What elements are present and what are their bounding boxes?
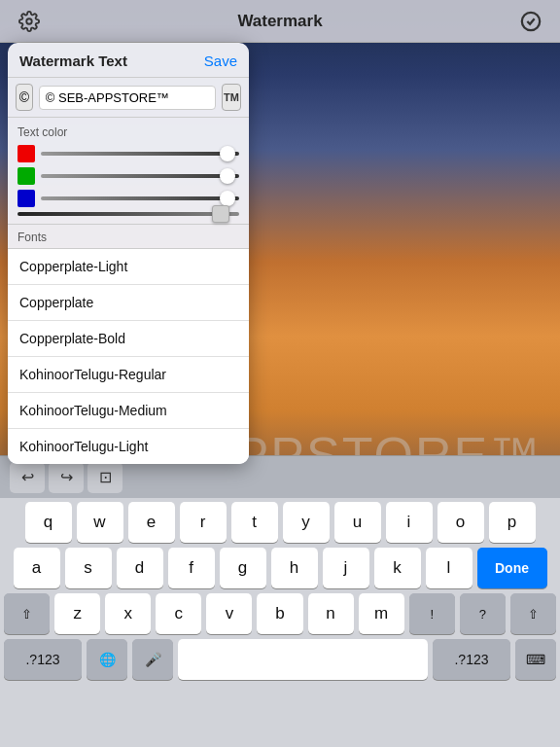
globe-key[interactable]: 🌐 <box>87 639 127 680</box>
red-slider[interactable] <box>41 152 239 156</box>
numbers-key-right[interactable]: .?123 <box>433 639 510 680</box>
key-y[interactable]: y <box>283 502 330 543</box>
font-list-item[interactable]: KohinoorTelugu-Medium <box>8 393 249 429</box>
keyboard-row-2: a s d f g h j k l Done <box>4 548 556 588</box>
shift-key[interactable]: ⇧ <box>4 593 50 634</box>
trademark-button[interactable]: TM <box>222 84 241 111</box>
numbers-key[interactable]: .?123 <box>4 639 82 680</box>
key-v[interactable]: v <box>206 593 252 634</box>
key-exclaim[interactable]: ! <box>409 593 455 634</box>
fonts-section: Fonts Copperplate-LightCopperplateCopper… <box>8 225 249 464</box>
font-list-item[interactable]: Copperplate-Light <box>8 249 249 285</box>
key-e[interactable]: e <box>128 502 175 543</box>
page-title: Watermark <box>237 12 322 31</box>
key-a[interactable]: a <box>14 548 60 588</box>
shift-key-right[interactable]: ⇧ <box>510 593 556 634</box>
key-t[interactable]: t <box>231 502 278 543</box>
key-l[interactable]: l <box>426 548 472 588</box>
red-swatch <box>18 145 35 162</box>
key-g[interactable]: g <box>220 548 266 588</box>
popover-header: Watermark Text Save <box>8 43 249 78</box>
font-list-item[interactable]: Copperplate-Bold <box>8 321 249 357</box>
key-d[interactable]: d <box>117 548 163 588</box>
fonts-list: Copperplate-LightCopperplateCopperplate-… <box>8 248 249 464</box>
key-o[interactable]: o <box>438 502 484 543</box>
keyboard-row-1: q w e r t y u i o p <box>4 502 556 543</box>
navigation-bar: Watermark <box>0 0 560 43</box>
copy-button[interactable]: ⊡ <box>88 462 122 493</box>
font-list-item[interactable]: KohinoorTelugu-Regular <box>8 357 249 393</box>
done-key[interactable]: Done <box>477 548 547 588</box>
blue-slider[interactable] <box>41 196 239 200</box>
popover-title: Watermark Text <box>19 53 127 69</box>
key-z[interactable]: z <box>54 593 100 634</box>
key-s[interactable]: s <box>65 548 112 588</box>
green-slider-row <box>18 167 239 185</box>
blue-swatch <box>18 190 35 207</box>
keyboard: ↩ ↪ ⊡ q w e r t y u i o p a s d f g h j … <box>0 455 560 747</box>
copyright-button[interactable]: © <box>16 84 33 111</box>
keyboard-rows: q w e r t y u i o p a s d f g h j k l Do… <box>0 498 560 634</box>
keyboard-row-3: ⇧ z x c v b n m ! ? ⇧ <box>4 593 556 634</box>
watermark-popover: Watermark Text Save © TM Text color <box>8 43 249 464</box>
watermark-text-input[interactable] <box>39 86 216 110</box>
key-p[interactable]: p <box>489 502 536 543</box>
key-question[interactable]: ? <box>460 593 506 634</box>
key-i[interactable]: i <box>386 502 433 543</box>
color-section-label: Text color <box>18 125 239 139</box>
undo-button[interactable]: ↩ <box>10 462 45 493</box>
key-n[interactable]: n <box>308 593 354 634</box>
fonts-section-label: Fonts <box>8 225 249 248</box>
key-k[interactable]: k <box>374 548 421 588</box>
blue-slider-row <box>18 190 239 207</box>
opacity-slider[interactable] <box>18 212 239 216</box>
font-list-item[interactable]: Copperplate <box>8 285 249 321</box>
key-h[interactable]: h <box>271 548 318 588</box>
color-section: Text color <box>8 118 249 225</box>
text-input-row: © TM <box>8 78 249 118</box>
green-slider[interactable] <box>41 174 239 178</box>
green-swatch <box>18 167 35 185</box>
save-button[interactable]: Save <box>204 53 237 69</box>
key-q[interactable]: q <box>25 502 72 543</box>
key-m[interactable]: m <box>359 593 404 634</box>
red-slider-row <box>18 145 239 162</box>
nav-done-button[interactable] <box>517 8 544 35</box>
svg-point-0 <box>26 18 32 24</box>
keyboard-dismiss-key[interactable]: ⌨ <box>515 639 556 680</box>
key-x[interactable]: x <box>105 593 151 634</box>
key-w[interactable]: w <box>77 502 123 543</box>
key-u[interactable]: u <box>334 502 381 543</box>
opacity-slider-row <box>18 212 239 216</box>
key-c[interactable]: c <box>156 593 201 634</box>
keyboard-bottom-row: .?123 🌐 🎤 .?123 ⌨ <box>0 639 560 686</box>
settings-button[interactable] <box>16 8 43 35</box>
key-j[interactable]: j <box>323 548 369 588</box>
key-f[interactable]: f <box>168 548 215 588</box>
redo-button[interactable]: ↪ <box>49 462 84 493</box>
microphone-key[interactable]: 🎤 <box>132 639 173 680</box>
font-list-item[interactable]: KohinoorTelugu-Light <box>8 429 249 464</box>
space-key[interactable] <box>178 639 428 680</box>
key-b[interactable]: b <box>257 593 302 634</box>
key-r[interactable]: r <box>180 502 227 543</box>
